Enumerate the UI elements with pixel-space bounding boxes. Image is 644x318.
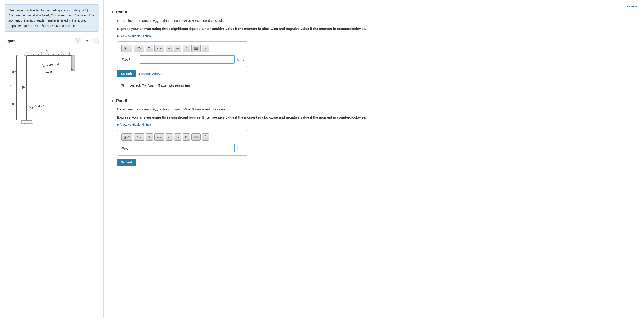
part-b-submit-btn[interactable]: Submit [117,159,136,166]
part-b-toolbar-vec-btn[interactable]: vec [154,133,164,141]
figure-title: Figure [4,39,16,43]
part-b-input-row: MBA = k · ft [122,144,244,152]
part-a-math-label: MAB = [122,57,137,62]
figure-nav: < 1 of 1 > [75,38,99,44]
part-b-toolbar-redo-btn[interactable]: ↪ [174,133,182,141]
toolbar-undo-btn[interactable]: ↩ [166,45,173,52]
part-b-toolbar: ▣√□ ΑΣφ ⇅ vec ↩ ↪ ↺ ⌨ ? [122,133,244,141]
part-a-question: Determine the moment MAB acting on span … [117,18,637,24]
error-icon: ✖ [121,83,124,88]
svg-rect-14 [72,56,75,71]
right-panel: Review ▼ Part A Determine the moment MAB… [104,0,644,318]
toolbar-greek-btn[interactable]: ΑΣφ [134,45,144,52]
part-a-title: Part A [116,10,127,14]
part-a-hint[interactable]: ▶ View Available Hint(s) [117,34,637,38]
toolbar-keyboard-btn[interactable]: ⌨ [191,45,200,52]
part-b-question: Determine the moment MBA acting on span … [117,107,637,112]
part-a-unit-label: k · ft [237,58,244,61]
part-b-toolbar-greek-btn[interactable]: ΑΣφ [134,133,144,141]
part-b-hint-label: View Available Hint(s) [120,123,151,126]
part-b-submit-row: Submit [117,159,637,166]
svg-text:12 ft: 12 ft [46,70,52,73]
part-a-submit-row: Submit Previous Answers [117,70,637,77]
part-b-hint[interactable]: ▶ View Available Hint(s) [117,123,637,126]
part-b-toolbar-sqrt-btn[interactable]: ▣√□ [122,133,132,141]
part-b-toolbar-arrows-btn[interactable]: ⇅ [146,133,153,141]
svg-text:P: P [10,83,12,87]
part-a-error-box: ✖ Incorrect; Try Again; 5 attempts remai… [117,81,221,90]
part-b-instruction: Express your answer using three signific… [117,115,637,120]
part-a-hint-label: View Available Hint(s) [120,34,151,38]
part-b-toolbar-reset-btn[interactable]: ↺ [183,133,190,141]
part-a-section: ▼ Part A Determine the moment MAB acting… [111,10,637,90]
toolbar-sqrt-btn[interactable]: ▣√□ [122,45,132,52]
part-b-input-box: ▣√□ ΑΣφ ⇅ vec ↩ ↪ ↺ ⌨ ? MBA = k · ft [117,130,248,156]
part-a-error-text: Incorrect; Try Again; 5 attempts remaini… [127,84,190,87]
figure-svg: w B C IBC = 800 in4 [9,47,95,133]
svg-text:IAB=550 in4: IAB=550 in4 [29,104,44,109]
part-b-answer-input[interactable] [140,144,234,152]
problem-description: The frame is subjected to the loading sh… [4,4,99,32]
part-a-body: Determine the moment MAB acting on span … [111,18,637,90]
toolbar-vec-btn[interactable]: vec [154,45,164,52]
part-b-arrow: ▼ [111,99,114,103]
part-b-title: Part B [116,99,128,103]
svg-text:8 ft: 8 ft [12,70,16,74]
part-a-input-box: ▣√□ ΑΣφ ⇅ vec ↩ ↪ ↺ ⌨ ? MAB = k · ft [117,41,248,67]
figure-header: Figure < 1 of 1 > [4,38,99,44]
part-b-math-label: MBA = [122,146,137,150]
figure-diagram: w B C IBC = 800 in4 [4,47,99,133]
review-link-row: Review [111,4,637,8]
review-link[interactable]: Review [626,4,637,8]
part-b-toolbar-keyboard-btn[interactable]: ⌨ [191,133,200,141]
part-a-prev-answers-btn[interactable]: Previous Answers [139,72,164,76]
svg-text:IBC = 800 in4: IBC = 800 in4 [42,63,59,68]
toolbar-arrows-btn[interactable]: ⇅ [146,45,153,52]
hint-arrow-icon: ▶ [117,34,119,37]
figure-next-btn[interactable]: > [92,38,99,44]
part-b-unit-label: k · ft [237,146,244,150]
svg-rect-34 [22,121,32,124]
part-a-header[interactable]: ▼ Part A [111,10,637,14]
part-a-submit-btn[interactable]: Submit [117,70,136,77]
part-b-section: ▼ Part B Determine the moment MBA acting… [111,99,637,166]
part-a-toolbar: ▣√□ ΑΣφ ⇅ vec ↩ ↪ ↺ ⌨ ? [122,45,244,52]
part-b-hint-arrow-icon: ▶ [117,123,119,126]
part-b-toolbar-help-btn[interactable]: ? [202,133,209,141]
figure-count: 1 of 1 [83,39,91,43]
part-a-input-row: MAB = k · ft [122,55,244,64]
toolbar-help-btn[interactable]: ? [202,45,209,52]
part-b-header[interactable]: ▼ Part B [111,99,637,103]
left-panel: The frame is subjected to the loading sh… [0,0,104,318]
figure-link[interactable]: Figure 1 [75,8,87,12]
part-b-toolbar-undo-btn[interactable]: ↩ [166,133,173,141]
part-a-arrow: ▼ [111,10,114,14]
svg-text:8 ft: 8 ft [12,103,16,106]
part-b-body: Determine the moment MBA acting on span … [111,107,637,166]
figure-prev-btn[interactable]: < [75,38,81,44]
toolbar-reset-btn[interactable]: ↺ [183,45,190,52]
problem-text: The frame is subjected to the loading sh… [8,8,94,28]
part-a-answer-input[interactable] [140,55,234,64]
figure-section: Figure < 1 of 1 > w [4,38,99,133]
part-a-instruction: Express your answer using three signific… [117,26,637,31]
toolbar-redo-btn[interactable]: ↪ [174,45,182,52]
svg-text:w: w [46,49,48,52]
